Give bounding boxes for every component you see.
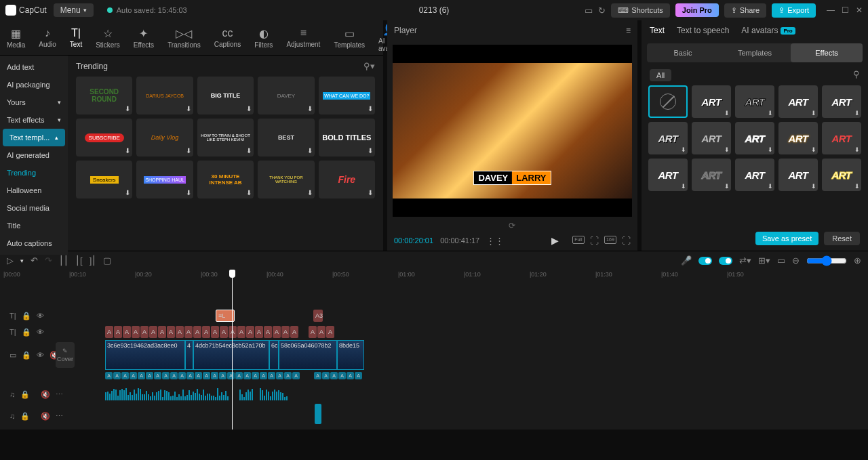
toggle-1[interactable] [698,257,712,265]
player-menu-icon[interactable]: ≡ [626,26,631,35]
caption-seg[interactable]: A [219,372,226,379]
text-clip[interactable]: A [220,326,228,338]
layout-icon[interactable]: ▭ [585,5,593,16]
template-thumb-8[interactable]: BEST⬇ [258,119,314,156]
minimize-icon[interactable]: — [827,5,835,15]
history-icon[interactable]: ↻ [598,5,606,16]
subtab-basic[interactable]: Basic [647,43,719,62]
play-button[interactable]: ▶ [551,235,559,246]
download-icon[interactable]: ⬇ [246,105,252,112]
text-track-1[interactable]: T|🔒👁 ≡ L A3 [0,308,868,324]
split-icon[interactable]: ⎮⎮ [59,255,68,266]
template-thumb-14[interactable]: Fire⬇ [319,161,375,198]
caption-seg[interactable]: A [211,372,218,379]
download-icon[interactable]: ⬇ [368,189,373,196]
video-clip-3[interactable]: 6c [269,340,279,370]
caption-seg[interactable]: A [195,372,202,379]
download-icon[interactable]: ⬇ [307,189,313,196]
sidebar-item-1[interactable]: AI packaging [0,76,68,93]
menu-button[interactable]: Menu▾ [54,3,94,17]
fullscreen-icon[interactable]: ⛶ [622,236,631,246]
save-preset-button[interactable]: Save as preset [755,232,818,245]
reset-button[interactable]: Reset [824,232,860,245]
playhead[interactable] [232,270,233,430]
video-clip-5[interactable]: 8bde15 [337,340,364,370]
caption-seg[interactable]: A [243,372,251,379]
filter-settings-icon[interactable]: ⚲ [853,69,860,81]
player-viewport[interactable]: DAVEY LARRY [393,45,632,217]
template-thumb-1[interactable]: DARIUS JAYCOB⬇ [136,77,193,114]
caption-seg[interactable]: A [322,372,330,379]
split-left-icon[interactable]: ⎮[ [75,255,83,266]
video-clip-2[interactable]: 4dcb71b54ec8cb52a170b [193,340,269,370]
download-icon[interactable]: ⬇ [125,147,130,154]
art-style-2[interactable]: ART⬇ [735,85,774,118]
shortcuts-button[interactable]: ⌨ Shortcuts [611,3,669,18]
art-style-14[interactable]: ART⬇ [822,159,861,191]
text-clip[interactable]: A [237,326,245,338]
download-icon[interactable]: ⬇ [307,105,313,112]
template-thumb-3[interactable]: DAVEY⬇ [258,77,314,114]
full-badge[interactable]: Full [572,236,585,244]
text-clip[interactable]: A [246,326,254,338]
audio-track-1[interactable]: ♫🔒🔇⋯ [0,386,868,402]
caption-seg[interactable]: A [227,372,235,379]
zoom-in-icon[interactable]: ⊕ [854,255,861,266]
download-icon[interactable]: ⬇ [186,147,191,154]
mic-icon[interactable]: 🎤 [681,255,692,266]
template-thumb-0[interactable]: SECOND ROUND⬇ [76,77,132,114]
tab-text[interactable]: Text [650,26,665,35]
text-clip[interactable]: A [202,326,210,338]
export-button[interactable]: ⇪ Export [772,3,816,18]
art-style-4[interactable]: ART⬇ [822,85,861,118]
caption-seg[interactable]: A [203,372,210,379]
art-style-13[interactable]: ART⬇ [778,159,818,191]
text-clip[interactable]: A3 [313,310,323,322]
art-style-3[interactable]: ART⬇ [778,85,818,118]
template-thumb-13[interactable]: THANK YOU FOR WATCHING⬇ [258,161,314,198]
download-icon[interactable]: ⬇ [186,189,191,196]
caption-seg[interactable]: A [314,372,321,379]
text-clip[interactable]: A [158,326,166,338]
download-icon[interactable]: ⬇ [125,189,130,196]
tool-text[interactable]: T|Text [63,20,89,55]
ratio-badge[interactable]: 169 [604,236,616,244]
video-clip-0[interactable]: 3c6e93c19462ad3ac8ee0 [105,340,185,370]
caption-seg[interactable]: A [235,372,243,379]
options-icon[interactable]: ⋮⋮ [486,236,504,246]
sidebar-item-0[interactable]: Add text [0,58,68,76]
caption-seg[interactable]: A [347,372,354,379]
caption-seg[interactable]: A [146,372,153,379]
pointer-tool-icon[interactable]: ▷ [7,255,14,266]
text-clip[interactable]: A [281,326,290,338]
video-clip-4[interactable]: 58c065a046078b2 [279,340,337,370]
caption-seg[interactable]: A [121,372,129,379]
preview-icon[interactable]: ▭ [777,255,785,266]
sidebar-item-3[interactable]: Text effects▾ [0,111,68,129]
caption-seg[interactable]: A [130,372,137,379]
audio-track-2[interactable]: ♫🔒🔇⋯ [0,402,868,430]
tool-filters[interactable]: ◐Filters [248,20,279,55]
template-thumb-6[interactable]: Daily Vlog⬇ [136,119,193,156]
text-clip[interactable]: A [123,326,131,338]
caption-seg[interactable]: A [284,372,292,379]
download-icon[interactable]: ⬇ [186,105,191,112]
art-style-8[interactable]: ART⬇ [778,122,818,154]
maximize-icon[interactable]: ☐ [842,5,849,15]
sidebar-item-4[interactable]: Text templ...▴ [3,129,65,146]
tool-templates[interactable]: ▭Templates [327,20,372,55]
join-pro-button[interactable]: Join Pro [675,3,719,17]
download-icon[interactable]: ⬇ [246,189,252,196]
caption-seg[interactable]: A [154,372,161,379]
tool-audio[interactable]: ♪Audio [32,20,63,55]
caption-seg[interactable]: A [260,372,267,379]
art-style-10[interactable]: ART⬇ [648,159,688,191]
art-style-5[interactable]: ART⬇ [648,122,688,154]
download-icon[interactable]: ⬇ [307,147,313,154]
tool-transitions[interactable]: ▷◁Transitions [161,20,208,55]
caption-seg[interactable]: A [276,372,283,379]
download-icon[interactable]: ⬇ [246,147,252,154]
text-clip[interactable]: A [149,326,157,338]
subtab-templates[interactable]: Templates [719,43,791,62]
caption-seg[interactable]: A [138,372,145,379]
